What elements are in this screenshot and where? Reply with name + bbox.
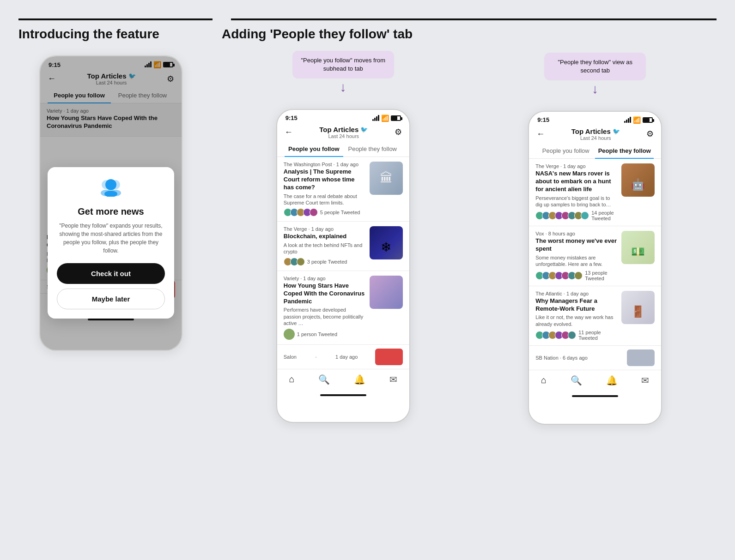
sb-thumb: [627, 349, 655, 366]
filter-icon-2[interactable]: ⚙: [395, 127, 402, 137]
article-r3-image: 🚪: [621, 291, 655, 324]
search-nav-3[interactable]: 🔍: [571, 375, 582, 386]
left-section: Introducing the feature 9:15 📶: [18, 27, 213, 351]
phone-header-3: ← Top Articles 🐦 Last 24 hours ⚙: [529, 126, 661, 144]
filter-icon-3[interactable]: ⚙: [646, 129, 654, 139]
check-it-out-button[interactable]: Check it out: [57, 263, 165, 284]
phone-3: 9:15 📶 ←: [528, 111, 662, 425]
article-1: The Washington Post · 1 day ago Analysis…: [277, 157, 409, 222]
tabs-row-2: People you follow People they follow: [277, 142, 409, 157]
svg-point-2: [105, 179, 116, 190]
notifications-nav-2[interactable]: 🔔: [354, 374, 365, 385]
search-nav-2[interactable]: 🔍: [318, 374, 330, 385]
article-r2-image: 💵: [621, 231, 655, 264]
back-arrow-2[interactable]: ←: [285, 127, 293, 137]
tab-they-follow-3[interactable]: People they follow: [595, 144, 654, 159]
overlay-card: Get more news "People they follow" expan…: [48, 167, 174, 319]
article-1-image: 🏛: [370, 162, 403, 195]
middle-section: Adding 'People they follow' tab "People …: [222, 27, 465, 425]
home-nav-2[interactable]: ⌂: [289, 374, 295, 385]
bottom-nav-2: ⌂ 🔍 🔔 ✉: [277, 369, 409, 391]
article-r1: The Verge · 1 day ago NASA's new Mars ro…: [529, 159, 661, 226]
article-2: The Verge · 1 day ago Blockchain, explai…: [277, 222, 409, 271]
messages-nav-2[interactable]: ✉: [389, 374, 397, 385]
status-bar-2: 9:15 📶: [277, 110, 409, 124]
right-callout: "People they follow" view as second tab: [544, 53, 646, 80]
overlay-title: Get more news: [57, 206, 165, 217]
sb-nation-item: SB Nation · 6 days ago: [529, 346, 661, 370]
overlay-desc: "People they follow" expands your result…: [57, 222, 165, 255]
maybe-later-button[interactable]: Maybe later: [57, 289, 165, 309]
middle-section-title: Adding 'People they follow' tab: [222, 27, 465, 42]
tab-follow-3[interactable]: People you follow: [536, 144, 595, 159]
salon-item-2: Salon · 1 day ago: [277, 345, 409, 369]
article-2-image: ❄: [370, 226, 403, 259]
right-section: "People they follow" view as second tab …: [474, 27, 717, 425]
middle-callout: "People you follow" moves from subhead t…: [292, 51, 394, 78]
time-3: 9:15: [537, 116, 549, 123]
tab-they-follow-2[interactable]: People they follow: [343, 142, 402, 157]
overlay-icon: [57, 178, 165, 201]
left-section-title: Introducing the feature: [18, 27, 203, 42]
phone-header-2: ← Top Articles 🐦 Last 24 hours ⚙: [277, 124, 409, 142]
tabs-row-3: People you follow People they follow: [529, 144, 661, 159]
status-bar-3: 9:15 📶: [529, 112, 661, 126]
article-3: Variety · 1 day ago How Young Stars Have…: [277, 271, 409, 345]
phone-2: 9:15 📶 ←: [276, 109, 410, 423]
callout-arrow-right: ↓: [592, 81, 598, 97]
notifications-nav-3[interactable]: 🔔: [606, 375, 618, 386]
time-2: 9:15: [285, 114, 298, 121]
messages-nav-3[interactable]: ✉: [641, 375, 649, 386]
article-3-image: [370, 276, 403, 309]
article-r1-image: 🤖: [621, 163, 655, 197]
tab-follow-2[interactable]: People you follow: [285, 142, 343, 157]
header-title-2: Top Articles: [319, 126, 358, 133]
article-r2: Vox · 8 hours ago The worst money we've …: [529, 226, 661, 286]
bottom-nav-3: ⌂ 🔍 🔔 ✉: [529, 370, 661, 391]
single-avatar: [284, 329, 295, 340]
back-arrow-3[interactable]: ←: [536, 129, 545, 139]
callout-arrow-mid: ↓: [340, 79, 346, 95]
salon-thumb-2: [375, 349, 403, 365]
phone-1: 9:15 📶 ← Top Articles: [39, 55, 182, 351]
article-r3: The Atlantic · 1 day ago Why Managers Fe…: [529, 286, 661, 346]
home-nav-3[interactable]: ⌂: [541, 375, 547, 386]
